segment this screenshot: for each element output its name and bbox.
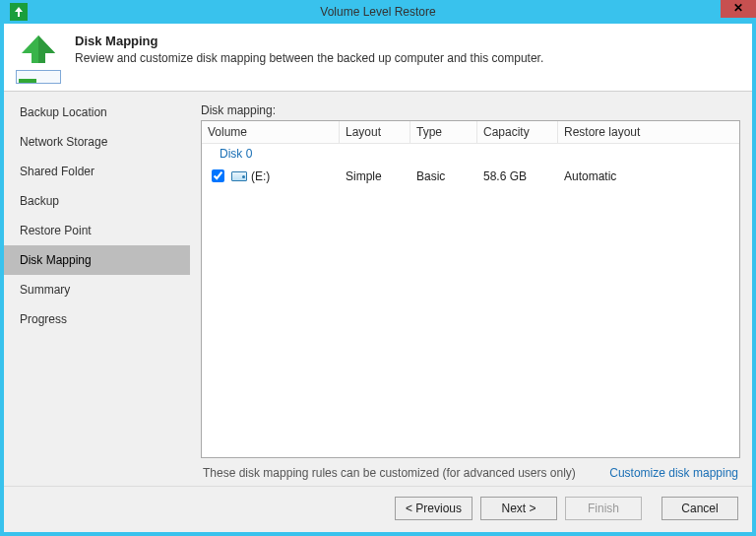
finish-button[interactable]: Finish xyxy=(565,497,642,520)
window-title: Volume Level Restore xyxy=(4,5,752,19)
page-title: Disk Mapping xyxy=(75,34,543,48)
hint-row: These disk mapping rules can be customiz… xyxy=(201,458,740,486)
next-button[interactable]: Next > xyxy=(480,497,557,520)
step-summary[interactable]: Summary xyxy=(4,275,190,304)
wizard-steps-sidebar: Backup Location Network Storage Shared F… xyxy=(4,92,191,486)
disk-mapping-grid[interactable]: Volume Layout Type Capacity Restore layo… xyxy=(201,120,740,458)
wizard-header: Disk Mapping Review and customize disk m… xyxy=(4,24,752,92)
wizard-icon xyxy=(16,34,61,79)
wizard-body: Backup Location Network Storage Shared F… xyxy=(4,92,752,486)
volume-row[interactable]: (E:) Simple Basic 58.6 GB Automatic xyxy=(202,164,739,188)
col-layout[interactable]: Layout xyxy=(340,121,410,143)
step-restore-point[interactable]: Restore Point xyxy=(4,216,190,245)
volume-capacity: 58.6 GB xyxy=(477,169,558,183)
step-progress[interactable]: Progress xyxy=(4,304,190,334)
step-network-storage[interactable]: Network Storage xyxy=(4,127,190,157)
col-volume[interactable]: Volume xyxy=(202,121,340,143)
cancel-button[interactable]: Cancel xyxy=(662,497,738,520)
previous-button[interactable]: < Previous xyxy=(395,497,472,520)
volume-layout: Simple xyxy=(340,169,410,183)
step-shared-folder[interactable]: Shared Folder xyxy=(4,157,190,186)
disk-group[interactable]: Disk 0 xyxy=(202,144,739,164)
step-disk-mapping[interactable]: Disk Mapping xyxy=(4,245,190,275)
step-backup[interactable]: Backup xyxy=(4,186,190,216)
window: Volume Level Restore ✕ Disk Mapping Revi… xyxy=(0,0,756,536)
col-capacity[interactable]: Capacity xyxy=(477,121,558,143)
volume-restore-layout: Automatic xyxy=(558,169,676,183)
volume-name: (E:) xyxy=(251,169,270,183)
progress-bar-icon xyxy=(16,70,61,84)
page-subtitle: Review and customize disk mapping betwee… xyxy=(75,51,543,65)
hint-text: These disk mapping rules can be customiz… xyxy=(203,466,576,480)
close-button[interactable]: ✕ xyxy=(721,0,756,18)
volume-type: Basic xyxy=(410,169,477,183)
grid-label: Disk mapping: xyxy=(201,103,740,117)
col-restore-layout[interactable]: Restore layout xyxy=(558,121,676,143)
wizard-footer: < Previous Next > Finish Cancel xyxy=(4,486,752,532)
close-icon: ✕ xyxy=(733,1,743,15)
customize-link[interactable]: Customize disk mapping xyxy=(609,466,738,480)
main-panel: Disk mapping: Volume Layout Type Capacit… xyxy=(191,92,752,486)
step-backup-location[interactable]: Backup Location xyxy=(4,98,190,127)
volume-checkbox[interactable] xyxy=(212,169,224,182)
col-type[interactable]: Type xyxy=(410,121,477,143)
drive-icon xyxy=(231,171,247,181)
grid-header-row: Volume Layout Type Capacity Restore layo… xyxy=(202,121,739,144)
titlebar: Volume Level Restore ✕ xyxy=(4,0,752,24)
